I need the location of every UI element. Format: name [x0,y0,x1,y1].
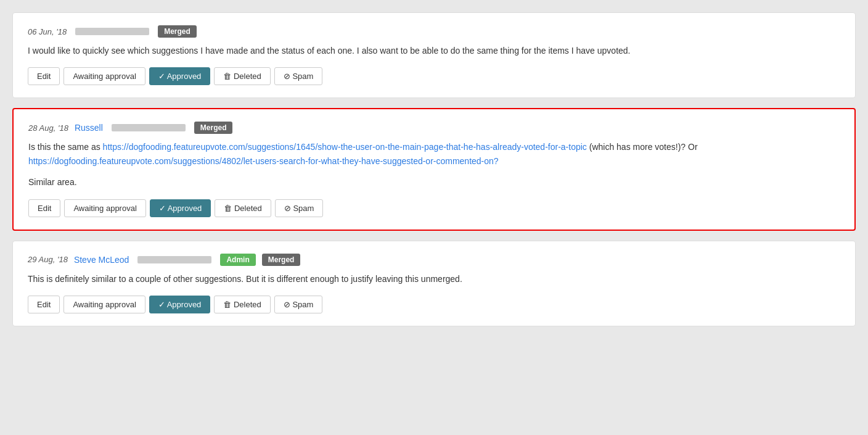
comment-date-3: 29 Aug, '18 [28,255,68,264]
deleted-button-2[interactable]: 🗑 Deleted [215,199,271,217]
deleted-button-1[interactable]: 🗑 Deleted [214,67,270,85]
admin-badge-3: Admin [220,254,255,266]
comment-body-1: I would like to quickly see which sugges… [28,44,840,57]
merged-badge-2: Merged [194,122,233,134]
awaiting-approval-button-3[interactable]: Awaiting approval [63,296,145,313]
awaiting-approval-button-1[interactable]: Awaiting approval [63,67,145,85]
edit-button-3[interactable]: Edit [28,296,60,313]
comment-card-3: 29 Aug, '18 Steve McLeod Admin Merged Th… [12,241,856,326]
comment-date-2: 28 Aug, '18 [28,123,68,133]
approved-button-3[interactable]: ✓ Approved [149,296,211,313]
action-bar-2: Edit Awaiting approval ✓ Approved 🗑 Dele… [28,199,840,217]
comment-author-2[interactable]: Russell [75,123,103,133]
comment-date-1: 06 Jun, '18 [28,27,67,36]
comment-meta-1: 06 Jun, '18 Merged [28,25,840,38]
deleted-button-3[interactable]: 🗑 Deleted [214,296,270,313]
approved-button-1[interactable]: ✓ Approved [149,67,211,85]
comment-link-2[interactable]: https://dogfooding.featureupvote.com/sug… [28,156,499,166]
edit-button-2[interactable]: Edit [28,199,60,217]
action-bar-1: Edit Awaiting approval ✓ Approved 🗑 Dele… [28,67,840,85]
author-blurred-3 [137,256,211,263]
comment-author-3[interactable]: Steve McLeod [74,255,129,265]
comment-meta-3: 29 Aug, '18 Steve McLeod Admin Merged [28,254,840,266]
comment-link-1[interactable]: https://dogfooding.featureupvote.com/sug… [103,142,587,152]
approved-button-2[interactable]: ✓ Approved [150,199,211,217]
author-blurred-2 [112,124,186,131]
comment-body-2: Is this the same as https://dogfooding.f… [28,140,840,189]
spam-button-2[interactable]: ⊘ Spam [275,199,324,217]
comment-card-2: 28 Aug, '18 Russell Merged Is this the s… [12,108,856,230]
merged-badge-3: Merged [262,254,301,266]
author-blurred-1 [75,28,149,35]
spam-button-1[interactable]: ⊘ Spam [274,67,323,85]
merged-badge-1: Merged [158,25,197,38]
comment-meta-2: 28 Aug, '18 Russell Merged [28,122,840,134]
edit-button-1[interactable]: Edit [28,67,60,85]
action-bar-3: Edit Awaiting approval ✓ Approved 🗑 Dele… [28,296,840,313]
awaiting-approval-button-2[interactable]: Awaiting approval [64,199,145,217]
spam-button-3[interactable]: ⊘ Spam [274,296,323,313]
comment-body-3: This is definitely similar to a couple o… [28,272,840,286]
comment-card-1: 06 Jun, '18 Merged I would like to quick… [12,12,856,98]
